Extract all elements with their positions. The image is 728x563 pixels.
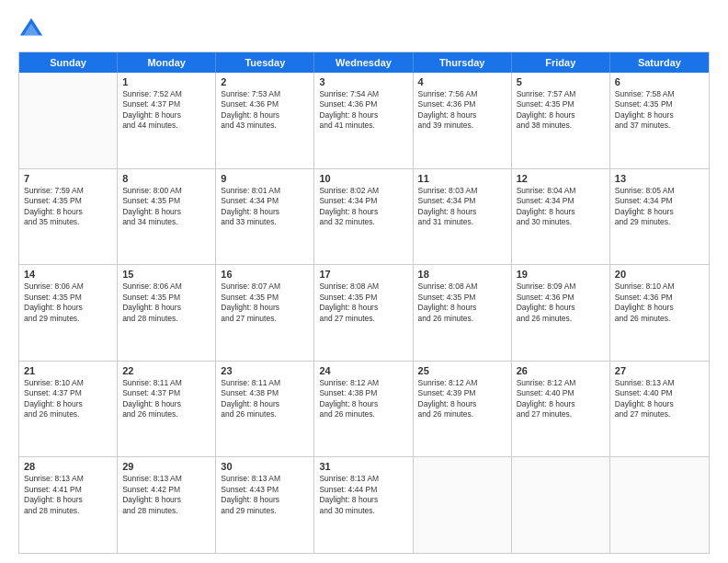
cell-info: Sunrise: 8:06 AMSunset: 4:35 PMDaylight:… <box>24 282 112 324</box>
calendar-cell: 18Sunrise: 8:08 AMSunset: 4:35 PMDayligh… <box>414 265 512 361</box>
cell-info: Sunrise: 8:10 AMSunset: 4:37 PMDaylight:… <box>24 378 112 420</box>
calendar-cell: 23Sunrise: 8:11 AMSunset: 4:38 PMDayligh… <box>216 362 314 457</box>
weekday-header-sunday: Sunday <box>19 52 118 73</box>
cell-info: Sunrise: 8:12 AMSunset: 4:40 PMDaylight:… <box>517 378 605 420</box>
cell-info: Sunrise: 8:13 AMSunset: 4:42 PMDaylight:… <box>122 474 210 516</box>
calendar-cell: 7Sunrise: 7:59 AMSunset: 4:35 PMDaylight… <box>19 169 118 265</box>
cell-info: Sunrise: 8:12 AMSunset: 4:39 PMDaylight:… <box>418 378 506 420</box>
calendar-cell: 8Sunrise: 8:00 AMSunset: 4:35 PMDaylight… <box>118 169 216 265</box>
day-number: 7 <box>24 173 112 184</box>
calendar-cell: 4Sunrise: 7:56 AMSunset: 4:36 PMDaylight… <box>414 73 512 168</box>
calendar-row-4: 28Sunrise: 8:13 AMSunset: 4:41 PMDayligh… <box>19 457 709 553</box>
calendar-row-0: 1Sunrise: 7:52 AMSunset: 4:37 PMDaylight… <box>19 73 709 169</box>
calendar-cell: 13Sunrise: 8:05 AMSunset: 4:34 PMDayligh… <box>610 169 709 265</box>
cell-info: Sunrise: 8:05 AMSunset: 4:34 PMDaylight:… <box>615 186 704 228</box>
cell-info: Sunrise: 7:56 AMSunset: 4:36 PMDaylight:… <box>418 89 506 132</box>
cell-info: Sunrise: 8:12 AMSunset: 4:38 PMDaylight:… <box>319 378 407 420</box>
weekday-header-monday: Monday <box>118 52 216 73</box>
weekday-header-wednesday: Wednesday <box>314 52 413 73</box>
day-number: 10 <box>319 173 407 184</box>
day-number: 18 <box>418 269 506 280</box>
page: SundayMondayTuesdayWednesdayThursdayFrid… <box>0 0 728 563</box>
calendar-cell: 14Sunrise: 8:06 AMSunset: 4:35 PMDayligh… <box>19 265 118 361</box>
day-number: 22 <box>122 365 210 376</box>
day-number: 5 <box>517 76 605 87</box>
header <box>18 17 710 42</box>
calendar-cell <box>19 73 118 168</box>
cell-info: Sunrise: 8:03 AMSunset: 4:34 PMDaylight:… <box>418 186 506 228</box>
cell-info: Sunrise: 8:07 AMSunset: 4:35 PMDaylight:… <box>221 282 309 324</box>
weekday-header-thursday: Thursday <box>414 52 512 73</box>
day-number: 23 <box>221 365 309 376</box>
calendar-row-3: 21Sunrise: 8:10 AMSunset: 4:37 PMDayligh… <box>19 362 709 458</box>
day-number: 6 <box>615 76 704 87</box>
cell-info: Sunrise: 8:13 AMSunset: 4:43 PMDaylight:… <box>221 474 309 516</box>
calendar: SundayMondayTuesdayWednesdayThursdayFrid… <box>18 52 710 554</box>
calendar-cell: 10Sunrise: 8:02 AMSunset: 4:34 PMDayligh… <box>314 169 413 265</box>
day-number: 13 <box>615 173 704 184</box>
day-number: 19 <box>517 269 605 280</box>
cell-info: Sunrise: 8:13 AMSunset: 4:40 PMDaylight:… <box>615 378 704 420</box>
cell-info: Sunrise: 7:53 AMSunset: 4:36 PMDaylight:… <box>221 89 309 132</box>
calendar-cell: 9Sunrise: 8:01 AMSunset: 4:34 PMDaylight… <box>216 169 314 265</box>
calendar-cell: 21Sunrise: 8:10 AMSunset: 4:37 PMDayligh… <box>19 362 118 457</box>
day-number: 16 <box>221 269 309 280</box>
cell-info: Sunrise: 8:11 AMSunset: 4:38 PMDaylight:… <box>221 378 309 420</box>
cell-info: Sunrise: 8:13 AMSunset: 4:44 PMDaylight:… <box>319 474 407 516</box>
day-number: 14 <box>24 269 112 280</box>
day-number: 25 <box>418 365 506 376</box>
calendar-cell: 5Sunrise: 7:57 AMSunset: 4:35 PMDaylight… <box>512 73 610 168</box>
calendar-cell: 31Sunrise: 8:13 AMSunset: 4:44 PMDayligh… <box>314 457 413 553</box>
day-number: 1 <box>122 76 210 87</box>
cell-info: Sunrise: 8:04 AMSunset: 4:34 PMDaylight:… <box>517 186 605 228</box>
day-number: 8 <box>122 173 210 184</box>
cell-info: Sunrise: 8:09 AMSunset: 4:36 PMDaylight:… <box>517 282 605 324</box>
cell-info: Sunrise: 8:11 AMSunset: 4:37 PMDaylight:… <box>122 378 210 420</box>
day-number: 17 <box>319 269 407 280</box>
day-number: 28 <box>24 461 112 472</box>
calendar-cell: 3Sunrise: 7:54 AMSunset: 4:36 PMDaylight… <box>314 73 413 168</box>
cell-info: Sunrise: 7:57 AMSunset: 4:35 PMDaylight:… <box>517 89 605 132</box>
cell-info: Sunrise: 7:59 AMSunset: 4:35 PMDaylight:… <box>24 186 112 228</box>
calendar-cell: 30Sunrise: 8:13 AMSunset: 4:43 PMDayligh… <box>216 457 314 553</box>
calendar-row-2: 14Sunrise: 8:06 AMSunset: 4:35 PMDayligh… <box>19 265 709 362</box>
calendar-header: SundayMondayTuesdayWednesdayThursdayFrid… <box>19 52 709 73</box>
cell-info: Sunrise: 8:08 AMSunset: 4:35 PMDaylight:… <box>319 282 407 324</box>
calendar-cell: 12Sunrise: 8:04 AMSunset: 4:34 PMDayligh… <box>512 169 610 265</box>
calendar-cell: 1Sunrise: 7:52 AMSunset: 4:37 PMDaylight… <box>118 73 216 168</box>
cell-info: Sunrise: 7:52 AMSunset: 4:37 PMDaylight:… <box>122 89 210 132</box>
cell-info: Sunrise: 8:02 AMSunset: 4:34 PMDaylight:… <box>319 186 407 228</box>
day-number: 11 <box>418 173 506 184</box>
cell-info: Sunrise: 8:13 AMSunset: 4:41 PMDaylight:… <box>24 474 112 516</box>
day-number: 30 <box>221 461 309 472</box>
cell-info: Sunrise: 7:54 AMSunset: 4:36 PMDaylight:… <box>319 89 407 132</box>
day-number: 12 <box>517 173 605 184</box>
calendar-body: 1Sunrise: 7:52 AMSunset: 4:37 PMDaylight… <box>19 73 709 553</box>
calendar-cell: 6Sunrise: 7:58 AMSunset: 4:35 PMDaylight… <box>610 73 709 168</box>
cell-info: Sunrise: 8:00 AMSunset: 4:35 PMDaylight:… <box>122 186 210 228</box>
cell-info: Sunrise: 8:01 AMSunset: 4:34 PMDaylight:… <box>221 186 309 228</box>
calendar-cell <box>512 457 610 553</box>
calendar-cell: 28Sunrise: 8:13 AMSunset: 4:41 PMDayligh… <box>19 457 118 553</box>
cell-info: Sunrise: 8:10 AMSunset: 4:36 PMDaylight:… <box>615 282 704 324</box>
calendar-cell <box>414 457 512 553</box>
weekday-header-friday: Friday <box>512 52 610 73</box>
day-number: 27 <box>615 365 704 376</box>
calendar-cell: 22Sunrise: 8:11 AMSunset: 4:37 PMDayligh… <box>118 362 216 457</box>
calendar-cell: 20Sunrise: 8:10 AMSunset: 4:36 PMDayligh… <box>610 265 709 361</box>
calendar-cell: 29Sunrise: 8:13 AMSunset: 4:42 PMDayligh… <box>118 457 216 553</box>
calendar-row-1: 7Sunrise: 7:59 AMSunset: 4:35 PMDaylight… <box>19 169 709 266</box>
day-number: 4 <box>418 76 506 87</box>
weekday-header-tuesday: Tuesday <box>216 52 314 73</box>
cell-info: Sunrise: 7:58 AMSunset: 4:35 PMDaylight:… <box>615 89 704 132</box>
calendar-cell: 25Sunrise: 8:12 AMSunset: 4:39 PMDayligh… <box>414 362 512 457</box>
day-number: 20 <box>615 269 704 280</box>
day-number: 31 <box>319 461 407 472</box>
calendar-cell: 2Sunrise: 7:53 AMSunset: 4:36 PMDaylight… <box>216 73 314 168</box>
weekday-header-saturday: Saturday <box>610 52 709 73</box>
calendar-cell: 16Sunrise: 8:07 AMSunset: 4:35 PMDayligh… <box>216 265 314 361</box>
calendar-cell: 26Sunrise: 8:12 AMSunset: 4:40 PMDayligh… <box>512 362 610 457</box>
calendar-cell: 24Sunrise: 8:12 AMSunset: 4:38 PMDayligh… <box>314 362 413 457</box>
calendar-cell <box>610 457 709 553</box>
calendar-cell: 27Sunrise: 8:13 AMSunset: 4:40 PMDayligh… <box>610 362 709 457</box>
